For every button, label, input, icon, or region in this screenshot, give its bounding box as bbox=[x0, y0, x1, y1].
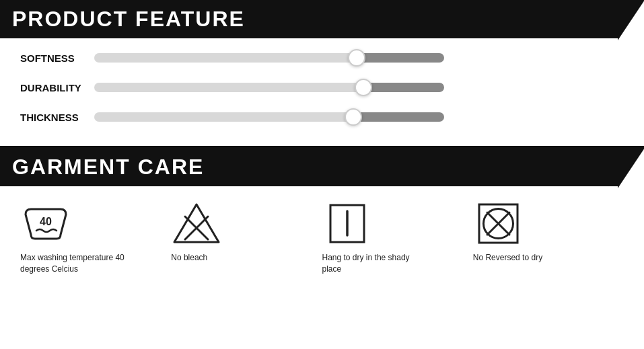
softness-label: SOFTNESS bbox=[20, 52, 94, 64]
product-feature-title: PRODUCT FEATURE bbox=[12, 7, 245, 32]
care-item-no-bleach: No bleach bbox=[171, 200, 322, 264]
durability-label: DURABILITY bbox=[20, 82, 94, 93]
thickness-slider[interactable] bbox=[94, 110, 444, 124]
no-bleach-icon bbox=[173, 202, 220, 245]
hang-dry-icon-wrapper bbox=[322, 200, 373, 247]
wash-icon-wrapper: 40 bbox=[20, 200, 71, 247]
softness-track bbox=[94, 53, 444, 63]
hang-dry-shade-icon bbox=[327, 202, 367, 245]
durability-track bbox=[94, 83, 444, 92]
thickness-label: THICKNESS bbox=[20, 112, 94, 123]
no-reversed-dry-icon bbox=[476, 202, 520, 245]
no-bleach-icon-wrapper bbox=[171, 200, 221, 247]
durability-row: DURABILITY bbox=[20, 80, 624, 95]
thickness-thumb bbox=[345, 108, 362, 126]
wash-40-icon: 40 bbox=[22, 202, 70, 244]
garment-care-section: GARMENT CARE 40 Max washing temperature … bbox=[0, 146, 644, 282]
care-icons-row: 40 Max washing temperature 40 degrees Ce… bbox=[0, 186, 644, 282]
softness-slider[interactable] bbox=[94, 50, 444, 65]
svg-text:40: 40 bbox=[40, 216, 52, 227]
no-reversed-dry-icon-wrapper bbox=[473, 200, 524, 247]
no-reversed-dry-caption: No Reversed to dry bbox=[473, 252, 542, 264]
svg-marker-1 bbox=[174, 204, 219, 242]
care-item-hang-dry: Hang to dry in the shady place bbox=[322, 200, 473, 275]
wash-caption: Max washing temperature 40 degrees Celci… bbox=[20, 252, 128, 275]
garment-care-title: GARMENT CARE bbox=[12, 155, 204, 180]
durability-thumb bbox=[355, 79, 372, 96]
softness-row: SOFTNESS bbox=[20, 50, 624, 65]
garment-care-header: GARMENT CARE bbox=[0, 148, 644, 186]
hang-dry-caption: Hang to dry in the shady place bbox=[322, 252, 430, 275]
thickness-track bbox=[94, 112, 444, 122]
care-item-no-reversed-dry: No Reversed to dry bbox=[473, 200, 624, 264]
product-feature-section: SOFTNESS DURABILITY THICKNESS bbox=[0, 38, 644, 146]
durability-slider[interactable] bbox=[94, 80, 444, 95]
thickness-row: THICKNESS bbox=[20, 110, 624, 124]
product-feature-header: PRODUCT FEATURE bbox=[0, 0, 644, 38]
care-item-wash: 40 Max washing temperature 40 degrees Ce… bbox=[20, 200, 171, 275]
softness-thumb bbox=[348, 49, 365, 67]
no-bleach-caption: No bleach bbox=[171, 252, 207, 264]
